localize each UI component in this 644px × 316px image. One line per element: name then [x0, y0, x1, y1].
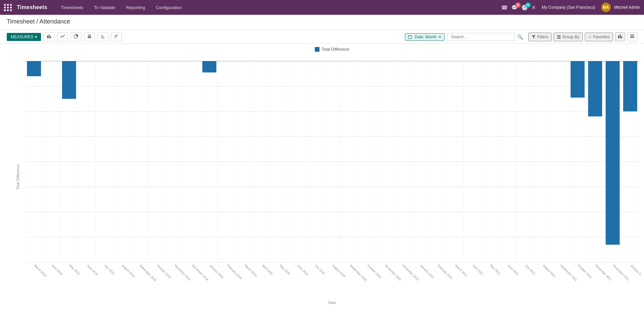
svg-text:July 2019: July 2019 — [104, 264, 115, 275]
svg-text:March 2019: March 2019 — [34, 264, 47, 277]
svg-text:February 2021: February 2021 — [437, 264, 453, 280]
svg-rect-84 — [571, 61, 585, 98]
svg-text:September 2020: September 2020 — [349, 264, 367, 282]
svg-text:October 2020: October 2020 — [367, 264, 382, 279]
svg-rect-22 — [621, 36, 622, 38]
svg-rect-2 — [50, 36, 51, 38]
svg-rect-17 — [557, 35, 561, 36]
svg-rect-5 — [88, 36, 91, 37]
svg-text:June 2020: June 2020 — [297, 264, 309, 276]
svg-text:May 2019: May 2019 — [69, 264, 80, 275]
svg-rect-0 — [47, 36, 48, 38]
pie-chart-icon[interactable] — [71, 32, 81, 41]
list-view-button[interactable] — [627, 32, 637, 41]
close-icon[interactable]: ✕ — [531, 4, 536, 11]
company-name: My Company (San Francisco) — [542, 5, 595, 10]
filter-area: Date: Month ✕ 🔍 — [405, 33, 523, 41]
header-icons: ☎ 💬 9 🕐 30 ✕ My Company (San Francisco) … — [501, 3, 640, 12]
svg-text:January 2021: January 2021 — [419, 264, 435, 279]
svg-rect-83 — [202, 61, 217, 73]
svg-text:May 2021: May 2021 — [489, 264, 501, 275]
svg-text:December 2019: December 2019 — [191, 264, 209, 281]
filter-tag-close-icon[interactable]: ✕ — [438, 35, 442, 39]
apps-menu-icon[interactable] — [4, 4, 12, 11]
search-input[interactable] — [447, 33, 515, 41]
svg-text:September 2019: September 2019 — [139, 264, 157, 282]
svg-text:August 2019: August 2019 — [121, 264, 136, 278]
filters-label: Filters — [537, 35, 548, 39]
svg-rect-19 — [557, 38, 561, 39]
svg-text:January 2022: January 2022 — [630, 264, 641, 279]
top-navigation: Timesheets Timesheets To Validate Report… — [0, 0, 644, 15]
chart-view-button[interactable] — [615, 32, 625, 41]
legend-color-swatch — [315, 47, 319, 52]
stacked-icon[interactable] — [84, 32, 95, 41]
nav-reporting[interactable]: Reporting — [121, 0, 150, 15]
svg-text:October 2019: October 2019 — [156, 264, 172, 279]
username: Mitchell Admin — [614, 5, 640, 10]
messages-icon[interactable]: 💬 9 — [511, 4, 518, 11]
chart-container: Total Difference 0.00-100.00-200.00-300.… — [0, 44, 644, 312]
measures-label: MEASURES — [11, 35, 33, 39]
page-title: Timesheet / Attendance — [7, 18, 637, 25]
page-header: Timesheet / Attendance — [0, 15, 644, 30]
favorites-label: Favorites — [593, 35, 610, 39]
svg-text:November 2019: November 2019 — [174, 264, 191, 281]
x-axis-label: Date — [24, 301, 641, 305]
phone-icon[interactable]: ☎ — [501, 4, 508, 11]
svg-text:March 2020: March 2020 — [244, 264, 258, 277]
svg-text:May 2020: May 2020 — [279, 264, 291, 275]
svg-text:December 2021: December 2021 — [612, 264, 630, 281]
svg-rect-24 — [630, 36, 634, 37]
user-avatar[interactable]: MA — [601, 3, 611, 12]
chart-svg: 0.00-100.00-200.00-300.00-400.00-500.00-… — [24, 54, 641, 299]
svg-rect-82 — [62, 61, 76, 99]
y-axis-label: Total Difference — [16, 164, 20, 189]
search-icon[interactable]: 🔍 — [517, 34, 523, 40]
nav-to-validate[interactable]: To Validate — [88, 0, 120, 15]
app-title: Timesheets — [17, 4, 47, 10]
clock-icon[interactable]: 🕐 30 — [521, 4, 528, 11]
clock-badge: 30 — [525, 2, 531, 8]
nav-configuration[interactable]: Configuration — [150, 0, 187, 15]
svg-rect-81 — [27, 61, 41, 76]
measures-button[interactable]: MEASURES ▾ — [7, 33, 41, 41]
svg-text:October 2021: October 2021 — [577, 264, 593, 279]
measures-chevron-icon: ▾ — [35, 35, 37, 39]
toolbar-right: Filters Group By ☆ Favorites — [528, 32, 637, 41]
nav-timesheets[interactable]: Timesheets — [55, 0, 89, 15]
svg-text:April 2021: April 2021 — [472, 264, 484, 276]
filters-button[interactable]: Filters — [528, 33, 552, 41]
sort-asc-icon[interactable] — [98, 32, 108, 41]
group-by-label: Group By — [562, 35, 579, 39]
bar-chart-icon[interactable] — [44, 32, 54, 41]
svg-rect-85 — [588, 61, 602, 117]
svg-text:June 2019: June 2019 — [86, 264, 99, 276]
svg-rect-87 — [623, 61, 637, 111]
svg-text:June 2021: June 2021 — [507, 264, 520, 276]
filter-tag-label: Date: Month — [415, 35, 437, 39]
svg-text:April 2020: April 2020 — [262, 264, 274, 276]
svg-rect-20 — [618, 36, 619, 38]
date-month-filter-tag: Date: Month ✕ — [405, 33, 445, 41]
svg-text:January 2020: January 2020 — [209, 264, 224, 279]
svg-rect-21 — [620, 35, 621, 38]
favorites-button[interactable]: ☆ Favorites — [585, 33, 613, 41]
svg-rect-6 — [88, 34, 91, 35]
svg-rect-4 — [88, 37, 91, 38]
line-chart-icon[interactable] — [57, 32, 68, 41]
chart-legend: Total Difference — [24, 47, 641, 52]
svg-text:August 2021: August 2021 — [542, 264, 557, 278]
sort-desc-icon[interactable] — [111, 32, 122, 41]
svg-rect-25 — [630, 37, 634, 38]
svg-text:November 2021: November 2021 — [595, 264, 612, 281]
group-by-button[interactable]: Group By — [554, 33, 583, 41]
svg-text:July 2021: July 2021 — [525, 264, 536, 275]
svg-text:December 2020: December 2020 — [402, 264, 419, 281]
svg-marker-16 — [532, 35, 535, 39]
svg-text:August 2020: August 2020 — [332, 264, 346, 278]
svg-text:February 2020: February 2020 — [226, 264, 242, 280]
legend-label: Total Difference — [321, 47, 349, 52]
svg-text:April 2019: April 2019 — [51, 264, 63, 276]
svg-text:November 2020: November 2020 — [384, 264, 402, 281]
